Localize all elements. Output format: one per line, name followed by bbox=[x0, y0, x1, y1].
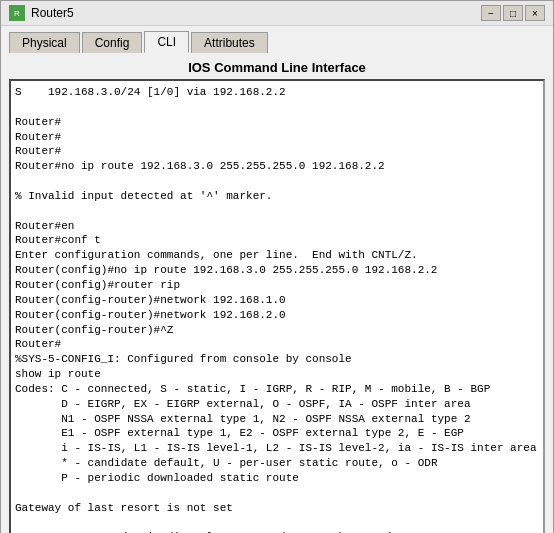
tab-physical[interactable]: Physical bbox=[9, 32, 80, 53]
tab-bar: Physical Config CLI Attributes bbox=[1, 26, 553, 52]
cli-title: IOS Command Line Interface bbox=[9, 56, 545, 79]
title-bar: R Router5 − □ × bbox=[1, 1, 553, 26]
title-bar-left: R Router5 bbox=[9, 5, 74, 21]
terminal-output[interactable]: S 192.168.3.0/24 [1/0] via 192.168.2.2 R… bbox=[11, 81, 543, 533]
svg-text:R: R bbox=[14, 9, 20, 18]
tab-attributes[interactable]: Attributes bbox=[191, 32, 268, 53]
tab-cli[interactable]: CLI bbox=[144, 31, 189, 53]
minimize-button[interactable]: − bbox=[481, 5, 501, 21]
close-button[interactable]: × bbox=[525, 5, 545, 21]
tab-config[interactable]: Config bbox=[82, 32, 143, 53]
window-title: Router5 bbox=[31, 6, 74, 20]
terminal-container: S 192.168.3.0/24 [1/0] via 192.168.2.2 R… bbox=[9, 79, 545, 533]
maximize-button[interactable]: □ bbox=[503, 5, 523, 21]
app-icon: R bbox=[9, 5, 25, 21]
main-window: R Router5 − □ × Physical Config CLI Attr… bbox=[0, 0, 554, 533]
content-area: IOS Command Line Interface S 192.168.3.0… bbox=[1, 52, 553, 533]
window-controls: − □ × bbox=[481, 5, 545, 21]
